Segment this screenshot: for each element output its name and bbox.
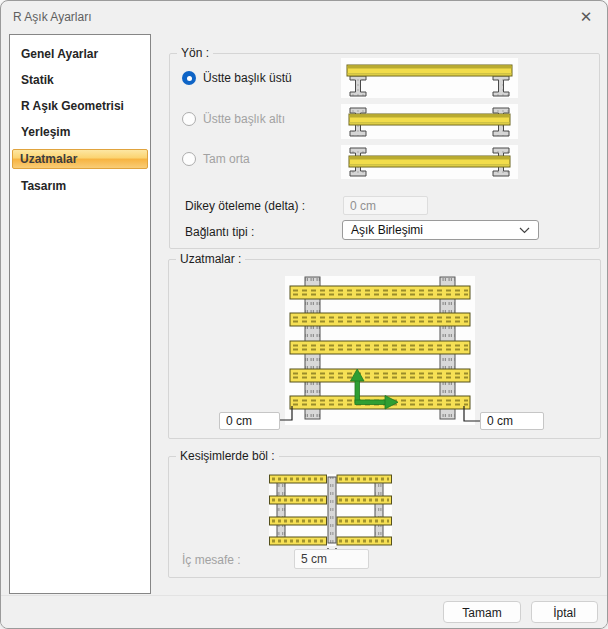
right-leader-line	[463, 406, 481, 423]
beam-full-center-diagram	[341, 145, 518, 179]
title-bar: R Aşık Ayarları ✕	[1, 1, 607, 33]
radio-selected-icon	[182, 71, 196, 85]
sidebar-item-statik[interactable]: Statik	[12, 67, 148, 93]
radio-label: Üstte başlık altı	[203, 112, 285, 126]
inner-distance-input[interactable]	[294, 549, 369, 569]
ok-button[interactable]: Tamam	[443, 601, 521, 623]
right-extension-input[interactable]	[480, 412, 544, 430]
split-intersections-diagram	[269, 474, 392, 558]
beam-top-flange-top-diagram	[341, 58, 518, 98]
extensions-plan-diagram	[285, 276, 475, 425]
extensions-group: Uzatmalar :	[168, 259, 601, 439]
radio-label: Üstte başlık üstü	[203, 71, 292, 85]
left-extension-input[interactable]	[219, 412, 280, 430]
connection-type-dropdown[interactable]: Aşık Birleşimi	[342, 220, 539, 240]
window-title: R Aşık Ayarları	[13, 10, 91, 24]
purlin-settings-dialog: R Aşık Ayarları ✕ Genel Ayarlar Statik R…	[0, 0, 608, 629]
radio-label: Tam orta	[203, 152, 250, 166]
radio-unselected-icon	[182, 112, 196, 126]
split-intersections-group: Kesişimlerde böl : İç mesafe :	[168, 456, 601, 578]
radio-unselected-icon	[182, 152, 196, 166]
direction-group-title: Yön :	[177, 46, 213, 60]
connection-type-value: Aşık Birleşimi	[351, 223, 423, 237]
radio-top-flange-top[interactable]: Üstte başlık üstü	[182, 70, 292, 86]
extensions-group-title: Uzatmalar :	[176, 252, 245, 266]
sidebar-item-yerlesim[interactable]: Yerleşim	[12, 119, 148, 145]
chevron-down-icon	[519, 227, 530, 234]
sidebar-item-r-asik-geometrisi[interactable]: R Aşık Geometrisi	[12, 93, 148, 119]
cancel-button[interactable]: İptal	[531, 601, 598, 623]
beam-top-flange-bottom-diagram	[341, 104, 518, 139]
connection-type-label: Bağlantı tipi :	[185, 225, 254, 239]
inner-distance-label: İç mesafe :	[182, 553, 241, 567]
delta-input[interactable]	[343, 196, 428, 215]
radio-top-flange-bottom[interactable]: Üstte başlık altı	[182, 111, 285, 127]
radio-full-center[interactable]: Tam orta	[182, 151, 250, 167]
sidebar: Genel Ayarlar Statik R Aşık Geometrisi Y…	[9, 34, 151, 594]
close-icon[interactable]: ✕	[577, 8, 595, 26]
sidebar-item-tasarim[interactable]: Tasarım	[12, 173, 148, 199]
footer-bar: Tamam İptal	[1, 595, 607, 628]
delta-label: Dikey öteleme (delta) :	[185, 199, 305, 213]
sidebar-item-uzatmalar[interactable]: Uzatmalar	[12, 149, 148, 169]
sidebar-item-genel-ayarlar[interactable]: Genel Ayarlar	[12, 41, 148, 67]
split-group-title: Kesişimlerde böl :	[176, 449, 279, 463]
left-leader-line	[280, 406, 294, 422]
